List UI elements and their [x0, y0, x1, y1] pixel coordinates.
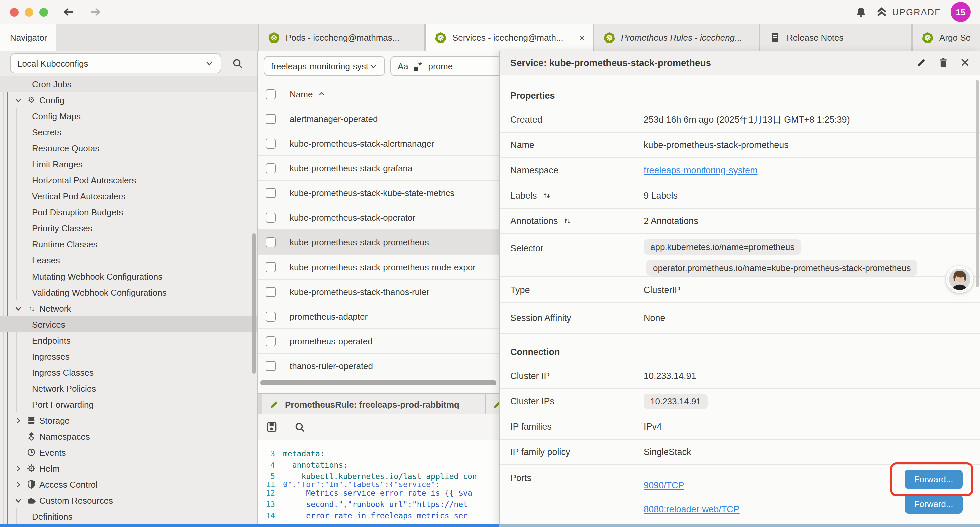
chevron-down-icon[interactable]: [13, 304, 23, 312]
sort-toggle-icon[interactable]: [563, 217, 572, 226]
row-checkbox[interactable]: [266, 287, 275, 296]
chevron-right-icon[interactable]: [13, 480, 23, 489]
notification-badge[interactable]: 15: [951, 2, 970, 22]
property-value[interactable]: 2 Annotations: [644, 216, 698, 226]
row-checkbox[interactable]: [266, 188, 275, 198]
sidebar-item-runtime-classes[interactable]: Runtime Classes: [0, 236, 258, 252]
sidebar-item-vertical-pod-autoscalers[interactable]: Vertical Pod Autoscalers: [0, 188, 258, 204]
tab-services[interactable]: Services - icecheng@math... ×: [425, 24, 594, 51]
sidebar-group-custom-resources[interactable]: Custom Resources: [0, 492, 258, 508]
forward-button-8080[interactable]: Forward...: [905, 494, 963, 514]
chevron-right-icon[interactable]: [13, 416, 23, 425]
sidebar-item-leases[interactable]: Leases: [0, 252, 258, 268]
editor-tab-partial[interactable]: [486, 393, 499, 415]
regex-icon[interactable]: *: [414, 62, 422, 70]
sidebar-item-horizontal-pod-autoscalers[interactable]: Horizontal Pod Autoscalers: [0, 172, 258, 188]
namespace-selector[interactable]: freeleaps-monitoring-system: [264, 56, 385, 76]
property-value[interactable]: 9 Labels: [644, 191, 678, 201]
yaml-editor[interactable]: 3 metadata: 4 annotations: 5 kubectl.kub…: [258, 440, 499, 524]
tab-release-notes[interactable]: Release Notes: [759, 24, 912, 51]
sidebar-group-network[interactable]: ↑↓ Network: [0, 300, 258, 316]
sidebar-item-ingresses[interactable]: Ingresses: [0, 348, 258, 364]
chevron-down-icon[interactable]: [13, 96, 23, 104]
name-column-header[interactable]: Name: [290, 89, 325, 99]
sidebar-item-validating-webhook-configurations[interactable]: Validating Webhook Configurations: [0, 284, 258, 300]
sidebar-item-mutating-webhook-configurations[interactable]: Mutating Webhook Configurations: [0, 268, 258, 284]
table-row[interactable]: kube-prometheus-stack-grafana: [258, 156, 499, 181]
row-checkbox[interactable]: [266, 212, 275, 223]
tab-prometheus-rules[interactable]: Prometheus Rules - icecheng...: [594, 24, 759, 51]
table-row[interactable]: alertmanager-operated: [258, 107, 499, 131]
bell-icon[interactable]: [855, 6, 867, 18]
table-row[interactable]: kube-prometheus-stack-thanos-ruler: [258, 280, 499, 304]
horizontal-scrollbar[interactable]: [260, 380, 496, 385]
sidebar-group-config[interactable]: ⚙ Config: [0, 92, 258, 108]
filter-search-input[interactable]: Aa * prome: [390, 56, 499, 76]
sidebar-item-cron-jobs[interactable]: Cron Jobs: [0, 76, 258, 92]
save-icon[interactable]: [266, 421, 277, 433]
sidebar-item-definitions[interactable]: Definitions: [0, 508, 258, 524]
row-checkbox[interactable]: [266, 311, 275, 321]
avatar[interactable]: [946, 266, 973, 293]
delete-trash-icon[interactable]: [938, 57, 949, 68]
forward-arrow-icon[interactable]: [89, 7, 102, 18]
sidebar-item-secrets[interactable]: Secrets: [0, 124, 258, 140]
namespace-link[interactable]: freeleaps-monitoring-system: [644, 166, 757, 175]
sidebar-item-services[interactable]: Services: [0, 316, 258, 332]
table-row[interactable]: prometheus-operated: [258, 329, 499, 353]
editor-search-icon[interactable]: [294, 421, 305, 433]
sidebar-item-events[interactable]: Events: [0, 444, 258, 460]
table-row[interactable]: thanos-ruler-operated: [258, 353, 499, 378]
sidebar-item-port-forwarding[interactable]: Port Forwarding: [0, 396, 258, 412]
sidebar-group-storage[interactable]: Storage: [0, 412, 258, 428]
chevron-right-icon[interactable]: [13, 464, 23, 473]
runbook-url-link[interactable]: https://net: [417, 499, 468, 509]
sidebar-item-network-policies[interactable]: Network Policies: [0, 380, 258, 396]
tab-pods[interactable]: Pods - icecheng@mathmas...: [258, 24, 425, 51]
tab-argo[interactable]: Argo Se: [912, 24, 980, 51]
close-tab-icon[interactable]: ×: [578, 32, 586, 42]
sidebar-item-priority-classes[interactable]: Priority Classes: [0, 220, 258, 236]
table-row[interactable]: kube-prometheus-stack-alertmanager: [258, 131, 499, 156]
match-case-icon[interactable]: Aa: [398, 61, 408, 71]
row-checkbox[interactable]: [266, 336, 275, 346]
port-link-8080[interactable]: 8080:reloader-web/TCP: [644, 504, 740, 514]
sidebar-item-pod-disruption-budgets[interactable]: Pod Disruption Budgets: [0, 204, 258, 220]
edit-pencil-icon[interactable]: [916, 57, 927, 68]
maximize-window-button[interactable]: [39, 8, 48, 16]
sidebar-item-limit-ranges[interactable]: Limit Ranges: [0, 156, 258, 172]
sidebar-item-ingress-classes[interactable]: Ingress Classes: [0, 364, 258, 380]
sidebar-item-config-maps[interactable]: Config Maps: [0, 108, 258, 124]
row-checkbox[interactable]: [266, 262, 275, 272]
back-arrow-icon[interactable]: [63, 7, 75, 18]
minimize-window-button[interactable]: [25, 8, 33, 16]
sort-toggle-icon[interactable]: [542, 191, 551, 200]
sidebar-group-access-control[interactable]: Access Control: [0, 476, 258, 492]
row-checkbox[interactable]: [266, 114, 275, 124]
sidebar-scrollbar[interactable]: [252, 234, 256, 374]
tab-navigator[interactable]: Navigator: [0, 24, 56, 51]
sidebar-item-endpoints[interactable]: Endpoints: [0, 332, 258, 348]
port-link-9090[interactable]: 9090/TCP: [644, 480, 684, 490]
sidebar-search-icon[interactable]: [232, 58, 243, 69]
upgrade-button[interactable]: UPGRADE: [876, 6, 941, 18]
row-checkbox[interactable]: [266, 361, 275, 371]
chevron-down-icon[interactable]: [13, 496, 23, 505]
sidebar-item-resource-quotas[interactable]: Resource Quotas: [0, 140, 258, 156]
table-row[interactable]: kube-prometheus-stack-operator: [258, 205, 499, 230]
editor-tab-prometheusrule[interactable]: PrometheusRule: freeleaps-prod-rabbitmq: [262, 393, 486, 415]
sidebar-item-namespaces[interactable]: Namespaces: [0, 428, 258, 444]
row-checkbox[interactable]: [266, 163, 275, 173]
close-window-button[interactable]: [10, 8, 19, 16]
table-row[interactable]: kube-prometheus-stack-kube-state-metrics: [258, 181, 499, 205]
sidebar-group-helm[interactable]: Helm: [0, 460, 258, 476]
kubeconfig-selector[interactable]: Local Kubeconfigs: [10, 53, 221, 73]
row-checkbox[interactable]: [266, 139, 275, 148]
select-all-checkbox[interactable]: [266, 89, 275, 99]
table-row[interactable]: kube-prometheus-stack-prometheus-node-ex…: [258, 255, 499, 280]
table-row[interactable]: prometheus-adapter: [258, 304, 499, 329]
close-panel-icon[interactable]: ✕: [960, 57, 970, 69]
row-checkbox[interactable]: [266, 237, 275, 247]
table-row-selected[interactable]: kube-prometheus-stack-prometheus: [258, 230, 499, 255]
detail-scrollbar[interactable]: [976, 80, 978, 287]
